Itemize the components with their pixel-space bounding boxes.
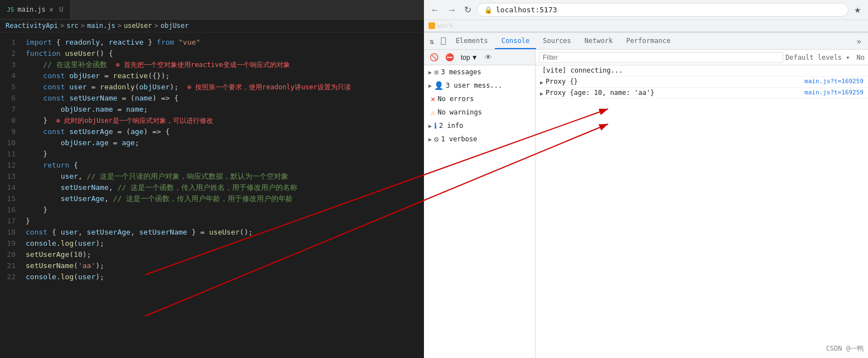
- tab-performance[interactable]: Performance: [619, 33, 677, 49]
- line-number: 4: [0, 70, 20, 82]
- device-icon[interactable]: ⎕: [437, 37, 449, 46]
- breadcrumb-file: main.js: [87, 22, 115, 30]
- sidebar-item-label: No warnings: [437, 108, 481, 116]
- code-line: } ⊕ 此时的objUser是一个响应式对象，可以进行修改: [26, 115, 418, 126]
- prohibit-icon[interactable]: ⛔: [443, 52, 456, 63]
- work-bar: work: [424, 20, 868, 32]
- devtools-panel: ⇅ ⎕ Elements Console Sources Network Per…: [424, 32, 868, 358]
- top-arrow: ▼: [471, 54, 478, 61]
- entry-content: Proxy {age: 10, name: 'aa'}: [546, 89, 804, 97]
- expand-arrow-icon: ▶: [428, 69, 432, 75]
- no-issues-label: No: [857, 54, 865, 61]
- breadcrumb-variable: objUser: [161, 22, 189, 30]
- sidebar-item[interactable]: ▶ ⚙ 1 verbose: [424, 132, 535, 146]
- code-line: const { user, setUserAge, setUserName } …: [26, 227, 418, 238]
- tab-close-btn[interactable]: ×: [49, 5, 54, 14]
- top-label: top: [461, 54, 470, 61]
- sidebar-item[interactable]: ▶ 👤 3 user mess...: [424, 79, 535, 92]
- sidebar-item[interactable]: ✕ No errors: [424, 92, 535, 106]
- line-number: 22: [0, 271, 20, 283]
- tab-elements[interactable]: Elements: [449, 33, 495, 49]
- line-number: 5: [0, 82, 20, 93]
- code-line: objUser.age = age;: [26, 137, 418, 149]
- code-content[interactable]: import { readonly, reactive } from "vue"…: [20, 32, 424, 358]
- code-line: }: [26, 216, 418, 227]
- reload-button[interactable]: ↻: [462, 2, 474, 17]
- console-sidebar: 🚫 ⛔ top ▼ 👁 ▶ ≡ 3 messages ▶ 👤 3 user me…: [424, 50, 536, 358]
- sidebar-item-icon: ⚠: [431, 108, 435, 117]
- code-line: const user = readonly(objUser); ⊕ 按照第一个要…: [26, 82, 418, 93]
- context-selector[interactable]: top ▼: [459, 52, 480, 63]
- expand-arrow-icon: ▶: [428, 136, 432, 142]
- entry-content: [vite] connecting...: [542, 66, 864, 74]
- code-line: setUserName, // 这是一个函数，传入用户姓名，用于修改用户的名称: [26, 182, 418, 193]
- sidebar-item-icon: ✕: [431, 94, 435, 103]
- tab-filename: main.js: [17, 6, 46, 13]
- code-line: }: [26, 204, 418, 216]
- code-line: user, // 这是一个只读的用户对象，响应式数据，默认为一个空对象: [26, 171, 418, 182]
- breadcrumb-component: useUser: [124, 22, 152, 30]
- console-log-area: [vite] connecting... ▶ Proxy {} main.js?…: [536, 65, 868, 358]
- expand-arrow-icon: ▶: [428, 83, 432, 89]
- address-bar[interactable]: 🔒 localhost:5173: [477, 3, 848, 17]
- code-line: setUserAge, // 这是一个函数，传入用户年龄，用于修改用户的年龄: [26, 193, 418, 204]
- editor-tab-main[interactable]: JS main.js × U: [0, 0, 71, 19]
- browser-toolbar: ← → ↻ 🔒 localhost:5173 ★: [424, 0, 868, 20]
- code-line: // 在这里补全函数 ⊕ 首先把一个空对象使用reactive变成一个响应式的对…: [26, 59, 418, 70]
- bookmark-button[interactable]: ★: [852, 3, 864, 17]
- code-line: objUser.name = name;: [26, 104, 418, 115]
- forward-button[interactable]: →: [445, 3, 459, 17]
- sidebar-items: ▶ ≡ 3 messages ▶ 👤 3 user mess... ✕ No e…: [424, 65, 535, 146]
- sidebar-item[interactable]: ▶ ℹ 2 info: [424, 119, 535, 132]
- code-area[interactable]: 12345678910111213141516171819202122 impo…: [0, 32, 424, 358]
- line-number: 14: [0, 182, 20, 193]
- lock-icon: 🔒: [484, 6, 493, 14]
- line-number: 20: [0, 249, 20, 260]
- sidebar-item-label: No errors: [437, 95, 474, 103]
- line-number: 19: [0, 238, 20, 249]
- default-levels-btn[interactable]: Default levels ▾: [785, 54, 850, 61]
- console-filter-input[interactable]: [539, 52, 783, 63]
- line-number: 21: [0, 260, 20, 271]
- entry-source-link[interactable]: main.js?t=169259: [804, 89, 864, 96]
- sidebar-item[interactable]: ⚠ No warnings: [424, 106, 535, 119]
- sidebar-item-label: 1 verbose: [441, 135, 477, 143]
- eye-btn[interactable]: 👁: [483, 52, 494, 63]
- console-area: 🚫 ⛔ top ▼ 👁 ▶ ≡ 3 messages ▶ 👤 3 user me…: [424, 50, 868, 358]
- line-number: 18: [0, 227, 20, 238]
- code-line: return {: [26, 160, 418, 171]
- code-line: console.log(user);: [26, 271, 418, 283]
- code-editor: JS main.js × U ReactivityApi > src > mai…: [0, 0, 424, 358]
- code-line: import { readonly, reactive } from "vue": [26, 37, 418, 48]
- sidebar-item-label: 2 info: [439, 122, 463, 130]
- breadcrumb-src: src: [66, 22, 79, 30]
- tab-sources[interactable]: Sources: [536, 33, 578, 49]
- tab-network[interactable]: Network: [578, 33, 620, 49]
- line-number: 12: [0, 160, 20, 171]
- line-number: 16: [0, 204, 20, 216]
- sidebar-item[interactable]: ▶ ≡ 3 messages: [424, 65, 535, 79]
- code-line: const setUserName = (name) => {: [26, 93, 418, 104]
- entry-expand-btn[interactable]: ▶: [540, 79, 543, 85]
- console-log-entry: ▶ Proxy {} main.js?t=169259: [536, 77, 868, 88]
- line-number: 3: [0, 59, 20, 70]
- clear-console-btn[interactable]: 🚫: [427, 52, 441, 63]
- breadcrumb: ReactivityApi > src > main.js > useUser …: [0, 20, 424, 32]
- work-label: work: [437, 22, 454, 30]
- console-main: Default levels ▾ No [vite] connecting...…: [536, 50, 868, 358]
- browser-panel: ← → ↻ 🔒 localhost:5173 ★ work ⇅ ⎕ Elemen…: [424, 0, 868, 358]
- inspect-icon[interactable]: ⇅: [426, 37, 437, 46]
- code-line: const setUserAge = (age) => {: [26, 126, 418, 137]
- back-button[interactable]: ←: [428, 3, 442, 17]
- entry-expand-btn[interactable]: ▶: [540, 90, 543, 97]
- devtools-more-btn[interactable]: »: [852, 37, 866, 46]
- line-number: 1: [0, 37, 20, 48]
- line-number: 7: [0, 104, 20, 115]
- code-line: console.log(user);: [26, 238, 418, 249]
- code-line: }: [26, 149, 418, 160]
- line-number: 9: [0, 126, 20, 137]
- line-numbers: 12345678910111213141516171819202122: [0, 32, 20, 358]
- entry-source-link[interactable]: main.js?t=169259: [804, 78, 864, 85]
- tab-console[interactable]: Console: [495, 33, 537, 49]
- line-number: 8: [0, 115, 20, 126]
